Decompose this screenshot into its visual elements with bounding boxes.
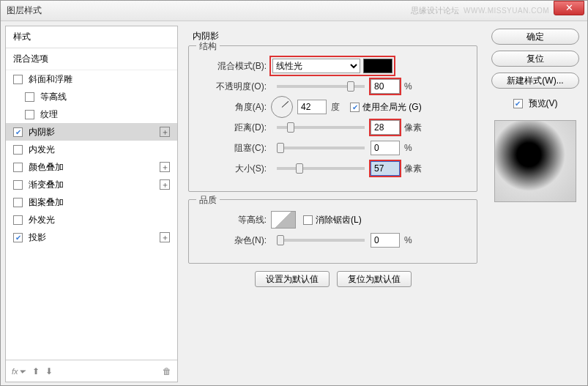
noise-input[interactable] <box>371 233 400 248</box>
choke-input[interactable] <box>371 141 400 155</box>
titlebar: 图层样式 思缘设计论坛 WWW.MISSYUAN.COM ✕ <box>1 1 587 21</box>
angle-wheel[interactable] <box>271 96 293 118</box>
preview-thumbnail <box>494 120 576 202</box>
blend-mode-label: 混合模式(B): <box>199 60 267 73</box>
new-style-button[interactable]: 新建样式(W)... <box>491 73 579 89</box>
shadow-color-swatch[interactable] <box>363 59 392 73</box>
action-panel: 确定 复位 新建样式(W)... 预览(V) <box>488 26 583 382</box>
style-checkbox[interactable] <box>13 180 23 190</box>
size-slider[interactable] <box>277 167 365 170</box>
choke-slider[interactable] <box>277 146 365 149</box>
add-effect-icon[interactable]: ＋ <box>160 179 170 190</box>
styles-footer: fx⏷ ⬆ ⬇ 🗑 <box>6 360 177 382</box>
style-checkbox[interactable] <box>13 145 23 155</box>
panel-title: 内阴影 <box>193 30 477 42</box>
size-input[interactable] <box>371 161 400 176</box>
preview-checkbox[interactable] <box>513 99 523 108</box>
quality-fieldset: 品质 等高线: 消除锯齿(L) 杂色(N): % <box>188 199 477 264</box>
fx-icon[interactable]: fx⏷ <box>12 367 26 376</box>
style-item-1[interactable]: 等高线 <box>6 88 177 105</box>
blend-options-header[interactable]: 混合选项 <box>6 48 177 70</box>
style-label: 内发光 <box>29 144 170 156</box>
contour-label: 等高线: <box>199 214 267 226</box>
style-checkbox[interactable] <box>25 110 34 119</box>
main-area: 样式 混合选项 斜面和浮雕等高线纹理内阴影＋内发光颜色叠加＋渐变叠加＋图案叠加外… <box>1 21 587 386</box>
antialias-label: 消除锯齿(L) <box>316 214 362 226</box>
opacity-input[interactable] <box>371 79 400 94</box>
style-label: 图案叠加 <box>29 196 170 209</box>
angle-label: 角度(A): <box>199 101 267 114</box>
style-checkbox[interactable] <box>25 92 34 102</box>
global-light-checkbox[interactable] <box>350 103 360 112</box>
add-effect-icon[interactable]: ＋ <box>160 162 170 172</box>
preview-checkbox-row: 预览(V) <box>513 97 558 110</box>
style-item-8[interactable]: 外发光 <box>6 211 177 229</box>
opacity-slider[interactable] <box>277 85 365 88</box>
default-buttons: 设置为默认值 复位为默认值 <box>188 271 477 287</box>
noise-slider[interactable] <box>277 239 365 242</box>
arrow-up-icon[interactable]: ⬆ <box>32 366 40 376</box>
style-item-5[interactable]: 颜色叠加＋ <box>6 158 177 176</box>
angle-input[interactable] <box>297 100 327 114</box>
set-default-button[interactable]: 设置为默认值 <box>255 271 330 287</box>
antialias-checkbox[interactable] <box>303 215 313 225</box>
style-item-6[interactable]: 渐变叠加＋ <box>6 176 177 193</box>
choke-row: 阻塞(C): % <box>199 140 466 156</box>
style-item-4[interactable]: 内发光 <box>6 141 177 158</box>
blend-mode-row: 混合模式(B): 线性光 <box>199 58 466 74</box>
distance-row: 距离(D): 像素 <box>199 119 466 136</box>
quality-legend: 品质 <box>196 194 220 207</box>
preview-label: 预览(V) <box>529 97 558 110</box>
reset-default-button[interactable]: 复位为默认值 <box>337 271 412 287</box>
style-item-9[interactable]: 投影＋ <box>6 229 177 246</box>
options-panel: 内阴影 结构 混合模式(B): 线性光 不透明度(O): % 角度(A): <box>182 26 483 382</box>
structure-legend: 结构 <box>196 40 220 53</box>
distance-unit: 像素 <box>404 122 422 134</box>
ok-button[interactable]: 确定 <box>491 29 579 45</box>
titlebar-right: 思缘设计论坛 WWW.MISSYUAN.COM ✕ <box>411 5 587 16</box>
style-label: 内阴影 <box>29 126 160 138</box>
style-item-0[interactable]: 斜面和浮雕 <box>6 70 177 88</box>
style-label: 外发光 <box>29 214 170 226</box>
structure-fieldset: 结构 混合模式(B): 线性光 不透明度(O): % 角度(A): 度 <box>188 45 477 192</box>
size-row: 大小(S): 像素 <box>199 160 466 177</box>
styles-panel: 样式 混合选项 斜面和浮雕等高线纹理内阴影＋内发光颜色叠加＋渐变叠加＋图案叠加外… <box>5 26 178 382</box>
arrow-down-icon[interactable]: ⬇ <box>45 366 53 376</box>
distance-input[interactable] <box>371 120 400 135</box>
contour-picker[interactable] <box>271 211 296 229</box>
add-effect-icon[interactable]: ＋ <box>160 127 170 137</box>
style-checkbox[interactable] <box>13 198 23 207</box>
style-label: 渐变叠加 <box>29 179 160 191</box>
blend-mode-select[interactable]: 线性光 <box>272 59 360 73</box>
global-light-label: 使用全局光 (G) <box>362 101 422 114</box>
size-label: 大小(S): <box>199 163 267 175</box>
close-button[interactable]: ✕ <box>554 1 584 15</box>
add-effect-icon[interactable]: ＋ <box>160 232 170 242</box>
style-label: 投影 <box>29 231 160 244</box>
style-label: 颜色叠加 <box>29 161 160 174</box>
cancel-button[interactable]: 复位 <box>491 51 579 67</box>
choke-unit: % <box>404 143 412 153</box>
styles-header[interactable]: 样式 <box>6 26 177 48</box>
style-item-3[interactable]: 内阴影＋ <box>6 123 177 141</box>
noise-label: 杂色(N): <box>199 234 267 247</box>
noise-row: 杂色(N): % <box>199 232 466 248</box>
watermark-url: WWW.MISSYUAN.COM <box>464 7 549 15</box>
style-checkbox[interactable] <box>13 233 23 242</box>
distance-slider[interactable] <box>277 126 365 129</box>
style-item-2[interactable]: 纹理 <box>6 105 177 123</box>
trash-icon[interactable]: 🗑 <box>163 366 171 376</box>
style-checkbox[interactable] <box>13 163 23 172</box>
blend-mode-highlight: 线性光 <box>271 57 394 75</box>
style-label: 纹理 <box>40 108 170 121</box>
style-list: 斜面和浮雕等高线纹理内阴影＋内发光颜色叠加＋渐变叠加＋图案叠加外发光投影＋ <box>6 70 177 360</box>
style-item-7[interactable]: 图案叠加 <box>6 193 177 211</box>
style-checkbox[interactable] <box>13 75 23 84</box>
style-checkbox[interactable] <box>13 215 23 225</box>
style-label: 斜面和浮雕 <box>29 73 170 86</box>
noise-unit: % <box>404 235 412 245</box>
opacity-label: 不透明度(O): <box>199 81 267 93</box>
style-checkbox[interactable] <box>13 127 23 137</box>
window-title: 图层样式 <box>7 4 42 17</box>
contour-row: 等高线: 消除锯齿(L) <box>199 212 466 228</box>
